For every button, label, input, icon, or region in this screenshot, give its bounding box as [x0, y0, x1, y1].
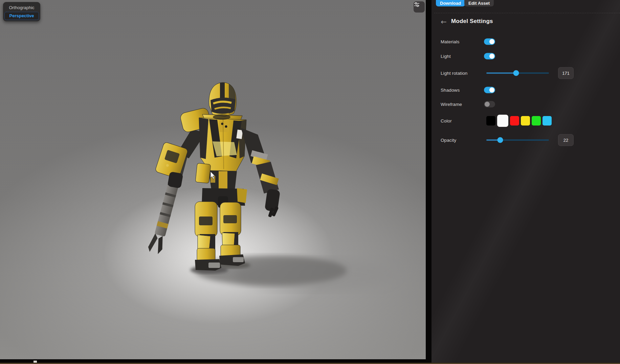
row-materials: Materials — [431, 38, 620, 45]
row-shadows: Shadows — [431, 87, 620, 93]
model-settings-panel: Download Edit Asset ← Model Settings Mat… — [431, 0, 620, 363]
materials-toggle[interactable] — [484, 38, 495, 45]
robot-model — [0, 0, 426, 359]
panel-top-separator — [434, 13, 620, 13]
light-toggle[interactable] — [484, 53, 495, 59]
color-swatch-0[interactable] — [486, 116, 495, 126]
slider-thumb[interactable] — [513, 70, 519, 76]
row-color: Color — [431, 114, 620, 127]
opacity-label: Opacity — [441, 137, 456, 142]
light-label: Light — [441, 53, 451, 59]
back-button[interactable]: ← — [439, 18, 448, 26]
toggle-knob — [489, 87, 494, 92]
color-swatch-5[interactable] — [542, 116, 552, 126]
toggle-knob — [489, 39, 494, 44]
sliders-icon — [414, 1, 420, 8]
light-rotation-value[interactable]: 171 — [558, 67, 574, 79]
color-swatch-2[interactable] — [510, 116, 519, 126]
color-swatch-1[interactable] — [497, 115, 508, 127]
opacity-slider[interactable] — [486, 139, 549, 141]
row-light-rotation: Light rotation 171 — [431, 67, 620, 79]
shadows-label: Shadows — [441, 87, 460, 92]
row-light: Light — [431, 53, 620, 59]
viewport-settings-button[interactable] — [414, 1, 425, 13]
opacity-value[interactable]: 22 — [558, 134, 574, 146]
color-swatches — [486, 115, 552, 127]
light-rotation-slider[interactable] — [486, 72, 549, 74]
bottom-left-chip — [34, 361, 37, 363]
toggle-knob — [485, 101, 490, 107]
slider-thumb[interactable] — [497, 137, 503, 143]
projection-option-orthographic[interactable]: Orthographic — [4, 4, 39, 12]
materials-label: Materials — [441, 39, 460, 44]
viewport-3d-canvas[interactable]: Orthographic Perspective — [0, 0, 426, 359]
row-opacity: Opacity 22 — [431, 134, 620, 146]
panel-header: ← Model Settings — [431, 17, 620, 28]
color-swatch-4[interactable] — [532, 116, 541, 126]
edit-asset-button[interactable]: Edit Asset — [464, 0, 494, 6]
arrow-left-icon: ← — [441, 18, 447, 26]
color-label: Color — [441, 118, 452, 123]
wireframe-label: Wireframe — [441, 101, 462, 107]
toggle-knob — [489, 53, 494, 59]
projection-popup: Orthographic Perspective — [3, 2, 40, 21]
bottom-edge-line — [0, 363, 620, 364]
panel-title: Model Settings — [451, 18, 493, 25]
shadows-toggle[interactable] — [484, 87, 495, 93]
wireframe-toggle[interactable] — [484, 101, 495, 107]
color-swatch-3[interactable] — [521, 116, 530, 126]
light-rotation-label: Light rotation — [441, 70, 467, 75]
download-button[interactable]: Download — [436, 0, 465, 6]
row-wireframe: Wireframe — [431, 101, 620, 107]
projection-option-perspective[interactable]: Perspective — [4, 12, 39, 20]
